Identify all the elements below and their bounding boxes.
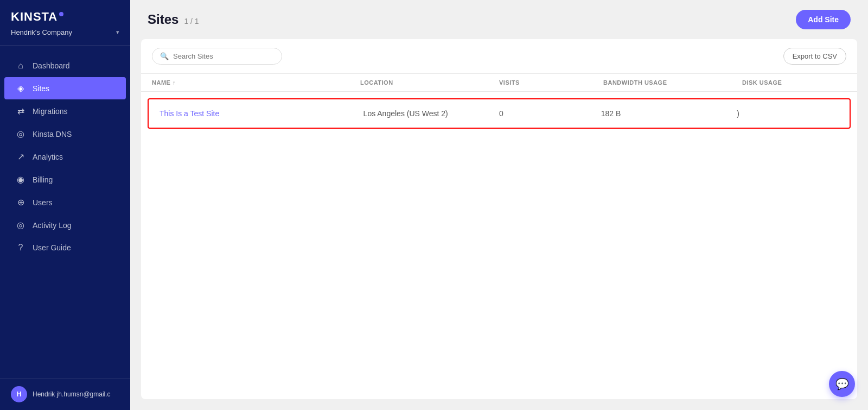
sidebar: KINSTA Hendrik's Company ▾ ⌂ Dashboard ◈… <box>0 0 130 410</box>
page-count: 1 / 1 <box>184 17 199 26</box>
company-selector[interactable]: Hendrik's Company ▾ <box>11 27 119 37</box>
chevron-down-icon: ▾ <box>116 29 119 36</box>
sidebar-item-sites[interactable]: ◈ Sites <box>4 77 126 99</box>
table-row[interactable]: This Is a Test Site Los Angeles (US West… <box>148 98 851 129</box>
cell-visits: 0 <box>499 109 601 118</box>
kinsta-dns-icon: ◎ <box>15 129 26 139</box>
page-header: Sites 1 / 1 Add Site <box>130 0 868 39</box>
col-header-visits: VISITS <box>499 79 603 86</box>
sidebar-label-users: Users <box>33 198 53 207</box>
col-header-name: NAME ↑ <box>152 79 360 86</box>
sidebar-label-activity-log: Activity Log <box>33 221 72 230</box>
add-site-button[interactable]: Add Site <box>796 10 851 29</box>
billing-icon: ◉ <box>15 174 26 185</box>
sidebar-item-billing[interactable]: ◉ Billing <box>4 168 126 191</box>
sidebar-footer: H Hendrik jh.humsn@gmail.c <box>0 378 130 410</box>
sidebar-label-analytics: Analytics <box>33 153 63 161</box>
col-header-bandwidth: BANDWIDTH USAGE <box>603 79 742 86</box>
sidebar-label-sites: Sites <box>33 84 49 93</box>
sites-icon: ◈ <box>15 83 26 93</box>
analytics-icon: ↗ <box>15 152 26 162</box>
export-button[interactable]: Export to CSV <box>783 48 846 65</box>
sidebar-label-kinsta-dns: Kinsta DNS <box>33 130 72 138</box>
chat-button[interactable]: 💬 <box>829 371 855 397</box>
kinsta-logo-text: KINSTA <box>11 10 58 24</box>
search-icon: 🔍 <box>160 52 169 60</box>
sidebar-label-dashboard: Dashboard <box>33 61 70 70</box>
avatar: H <box>11 386 27 402</box>
table-body: This Is a Test Site Los Angeles (US West… <box>141 92 857 135</box>
search-input[interactable] <box>173 52 274 60</box>
sidebar-label-billing: Billing <box>33 175 53 184</box>
col-header-location: LOCATION <box>360 79 499 86</box>
kinsta-logo-dot <box>59 12 63 16</box>
page-title-area: Sites 1 / 1 <box>148 12 199 27</box>
sidebar-label-migrations: Migrations <box>33 107 68 116</box>
dashboard-icon: ⌂ <box>15 61 26 71</box>
cell-site-name[interactable]: This Is a Test Site <box>159 109 363 118</box>
user-display: Hendrik jh.humsn@gmail.c <box>33 390 111 398</box>
cell-bandwidth: 182 B <box>601 109 737 118</box>
user-guide-icon: ? <box>15 243 26 253</box>
company-name: Hendrik's Company <box>11 28 72 36</box>
toolbar: 🔍 Export to CSV <box>141 39 857 74</box>
migrations-icon: ⇄ <box>15 106 26 116</box>
sidebar-item-dashboard[interactable]: ⌂ Dashboard <box>4 55 126 77</box>
sidebar-item-user-guide[interactable]: ? User Guide <box>4 237 126 258</box>
main-content: Sites 1 / 1 Add Site 🔍 Export to CSV NAM… <box>130 0 868 410</box>
page-title: Sites <box>148 12 178 27</box>
cell-location: Los Angeles (US West 2) <box>363 109 499 118</box>
sidebar-item-activity-log[interactable]: ◎ Activity Log <box>4 214 126 236</box>
table-header: NAME ↑LOCATIONVISITSBANDWIDTH USAGEDISK … <box>141 74 857 92</box>
sidebar-item-migrations[interactable]: ⇄ Migrations <box>4 100 126 122</box>
sidebar-item-analytics[interactable]: ↗ Analytics <box>4 146 126 168</box>
sidebar-nav: ⌂ Dashboard ◈ Sites ⇄ Migrations ◎ Kinst… <box>0 46 130 378</box>
content-area: 🔍 Export to CSV NAME ↑LOCATIONVISITSBAND… <box>141 39 857 399</box>
cell-disk: ) <box>737 109 839 118</box>
activity-log-icon: ◎ <box>15 220 26 230</box>
chat-icon: 💬 <box>835 377 849 390</box>
sidebar-label-user-guide: User Guide <box>33 243 71 252</box>
sidebar-header: KINSTA Hendrik's Company ▾ <box>0 0 130 46</box>
kinsta-logo: KINSTA <box>11 10 119 24</box>
users-icon: ⊕ <box>15 197 26 207</box>
sidebar-item-kinsta-dns[interactable]: ◎ Kinsta DNS <box>4 123 126 145</box>
search-box[interactable]: 🔍 <box>152 48 282 65</box>
sidebar-item-users[interactable]: ⊕ Users <box>4 191 126 213</box>
col-header-disk: DISK USAGE <box>742 79 846 86</box>
